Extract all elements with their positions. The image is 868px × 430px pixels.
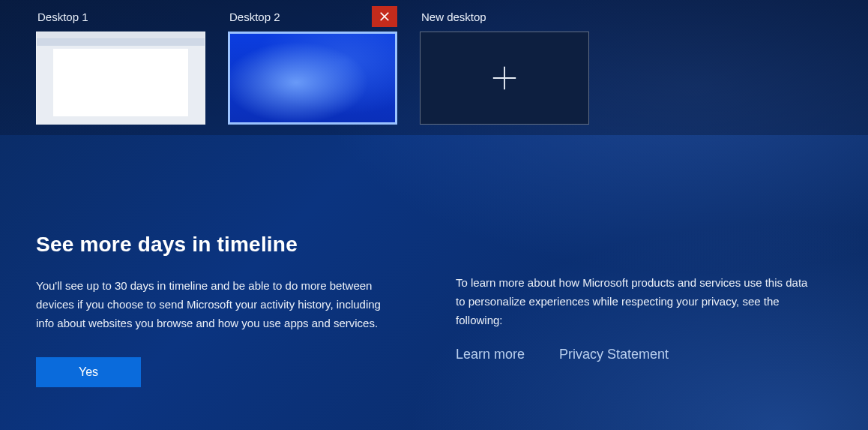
- promo-links: Learn more Privacy Statement: [456, 347, 832, 362]
- close-icon: [379, 11, 390, 22]
- desktop-2-header: Desktop 2: [228, 6, 397, 27]
- desktop-1-label: Desktop 1: [37, 11, 88, 23]
- promo-left-column: See more days in timeline You'll see up …: [36, 233, 411, 387]
- new-desktop: New desktop: [420, 6, 589, 125]
- privacy-statement-link[interactable]: Privacy Statement: [559, 347, 669, 362]
- plus-icon: [490, 64, 519, 92]
- yes-button[interactable]: Yes: [36, 357, 141, 387]
- new-desktop-header: New desktop: [420, 6, 589, 27]
- timeline-opt-in-panel: See more days in timeline You'll see up …: [0, 135, 868, 387]
- promo-privacy-text: To learn more about how Microsoft produc…: [456, 273, 808, 330]
- promo-right-column: To learn more about how Microsoft produc…: [456, 233, 832, 387]
- desktop-1-header: Desktop 1: [36, 6, 205, 27]
- desktop-1-thumbnail[interactable]: [36, 32, 205, 125]
- promo-description: You'll see up to 30 days in timeline and…: [36, 276, 388, 333]
- desktop-2-thumbnail[interactable]: [228, 32, 397, 125]
- new-desktop-button[interactable]: [420, 32, 589, 125]
- learn-more-link[interactable]: Learn more: [456, 347, 525, 362]
- desktop-1: Desktop 1: [36, 6, 205, 125]
- promo-title: See more days in timeline: [36, 233, 411, 257]
- yes-button-label: Yes: [79, 365, 98, 379]
- close-desktop-button[interactable]: [372, 6, 397, 27]
- desktop-2-label: Desktop 2: [229, 11, 280, 23]
- desktop-2: Desktop 2: [228, 6, 397, 125]
- virtual-desktops-bar: Desktop 1 Desktop 2 New desktop: [0, 0, 868, 135]
- new-desktop-label: New desktop: [421, 11, 486, 23]
